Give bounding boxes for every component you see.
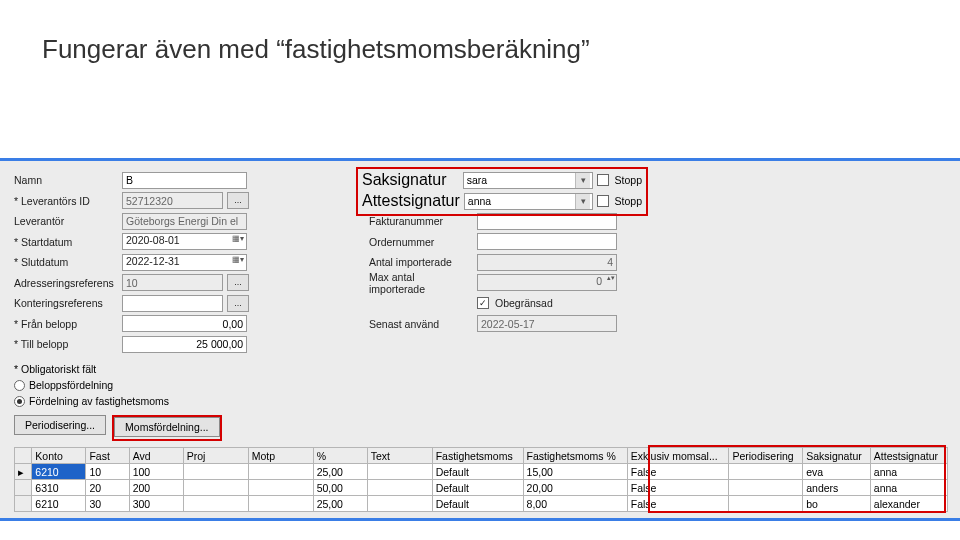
cell-konto[interactable]: 6210 (32, 496, 86, 512)
cell-sak[interactable]: eva (803, 464, 871, 480)
maxantalimp-input[interactable]: 0 (477, 274, 617, 291)
stopp2-checkbox[interactable] (597, 195, 608, 207)
cell-fmpct[interactable]: 8,00 (523, 496, 627, 512)
startdatum-input[interactable]: 2020-08-01 (122, 233, 247, 250)
cell-konto[interactable]: 6210 (32, 464, 86, 480)
cell-att[interactable]: alexander (870, 496, 947, 512)
cell-fast[interactable]: 10 (86, 464, 129, 480)
left-column: Namn * Leverantörs ID ... Leverantör * S… (14, 171, 249, 353)
cell-att[interactable]: anna (870, 480, 947, 496)
col-text[interactable]: Text (367, 448, 432, 464)
cell-avd[interactable]: 300 (129, 496, 183, 512)
saksignatur-select[interactable]: sara (463, 172, 594, 189)
signatur-highlight-box: Saksignatur sara Stopp Attestsignatur an… (356, 167, 648, 216)
label-maximp: Max antal importerade (369, 271, 473, 295)
row-selector[interactable] (15, 496, 32, 512)
slide-title: Fungerar även med “fastighetsmomsberäkni… (0, 0, 960, 65)
cell-konto[interactable]: 6310 (32, 480, 86, 496)
cell-motp[interactable] (248, 480, 313, 496)
cell-fast[interactable]: 20 (86, 480, 129, 496)
radio-beloppsfordelning[interactable] (14, 380, 25, 391)
cell-fast[interactable]: 30 (86, 496, 129, 512)
col-motp[interactable]: Motp (248, 448, 313, 464)
stopp1-checkbox[interactable] (597, 174, 608, 186)
cell-att[interactable]: anna (870, 464, 947, 480)
kontref-lookup-button[interactable]: ... (227, 295, 249, 312)
row-selector[interactable]: ▸ (15, 464, 32, 480)
ordernummer-input[interactable] (477, 233, 617, 250)
col-konto[interactable]: Konto (32, 448, 86, 464)
adrref-lookup-button[interactable]: ... (227, 274, 249, 291)
leverantorsid-input[interactable] (122, 192, 223, 209)
attestsignatur-select[interactable]: anna (464, 193, 594, 210)
radio-fastighetsmoms[interactable] (14, 396, 25, 407)
cell-fmpct[interactable]: 15,00 (523, 464, 627, 480)
label-till: * Till belopp (14, 338, 118, 350)
adrref-input[interactable] (122, 274, 223, 291)
slutdatum-input[interactable]: 2022-12-31 (122, 254, 247, 271)
cell-proj[interactable] (183, 480, 248, 496)
cell-fm[interactable]: Default (432, 480, 523, 496)
col-fastighetsmoms[interactable]: Fastighetsmoms (432, 448, 523, 464)
data-grid[interactable]: KontoFastAvdProjMotp%TextFastighetsmomsF… (14, 447, 948, 512)
row-selector[interactable] (15, 480, 32, 496)
cell-pct[interactable]: 25,00 (313, 464, 367, 480)
label-adrref: Adresseringsreferens (14, 277, 118, 289)
label-antimp: Antal importerade (369, 256, 473, 268)
cell-exkl[interactable]: False (627, 480, 729, 496)
momsfordelning-button[interactable]: Momsfördelning... (114, 417, 219, 437)
cell-text[interactable] (367, 496, 432, 512)
cell-fm[interactable]: Default (432, 464, 523, 480)
label-attest: Attestsignatur (362, 192, 460, 210)
col--[interactable]: % (313, 448, 367, 464)
antalimp-input (477, 254, 617, 271)
cell-proj[interactable] (183, 464, 248, 480)
col-periodisering[interactable]: Periodisering (729, 448, 803, 464)
cell-per[interactable] (729, 464, 803, 480)
table-row[interactable]: ▸62101010025,00Default15,00Falseevaanna (15, 464, 948, 480)
col-proj[interactable]: Proj (183, 448, 248, 464)
col-fastighetsmoms-[interactable]: Fastighetsmoms % (523, 448, 627, 464)
obligatoriskt-note: * Obligatoriskt fält (14, 363, 948, 375)
tillbelopp-input[interactable] (122, 336, 247, 353)
col-saksignatur[interactable]: Saksignatur (803, 448, 871, 464)
momsfordelning-highlight: Momsfördelning... (112, 415, 221, 441)
label-ordnr: Ordernummer (369, 236, 473, 248)
cell-fmpct[interactable]: 20,00 (523, 480, 627, 496)
col-attestsignatur[interactable]: Attestsignatur (870, 448, 947, 464)
cell-avd[interactable]: 200 (129, 480, 183, 496)
cell-pct[interactable]: 50,00 (313, 480, 367, 496)
senastanvand-input (477, 315, 617, 332)
kontref-input[interactable] (122, 295, 223, 312)
namn-input[interactable] (122, 172, 247, 189)
cell-exkl[interactable]: False (627, 464, 729, 480)
label-levid: * Leverantörs ID (14, 195, 118, 207)
cell-motp[interactable] (248, 464, 313, 480)
franbelopp-input[interactable] (122, 315, 247, 332)
cell-motp[interactable] (248, 496, 313, 512)
cell-exkl[interactable]: False (627, 496, 729, 512)
periodisering-button[interactable]: Periodisering... (14, 415, 106, 435)
cell-proj[interactable] (183, 496, 248, 512)
cell-per[interactable] (729, 496, 803, 512)
grid-wrap: KontoFastAvdProjMotp%TextFastighetsmomsF… (14, 447, 948, 512)
cell-sak[interactable]: bo (803, 496, 871, 512)
leverantorsid-lookup-button[interactable]: ... (227, 192, 249, 209)
col-exklusiv-momsal-[interactable]: Exklusiv momsal... (627, 448, 729, 464)
cell-avd[interactable]: 100 (129, 464, 183, 480)
label-obegransad: Obegränsad (495, 297, 553, 309)
label-radio2: Fördelning av fastighetsmoms (29, 395, 169, 407)
cell-text[interactable] (367, 480, 432, 496)
cell-text[interactable] (367, 464, 432, 480)
cell-fm[interactable]: Default (432, 496, 523, 512)
cell-pct[interactable]: 25,00 (313, 496, 367, 512)
label-faknr: Fakturanummer (369, 215, 473, 227)
table-row[interactable]: 63102020050,00Default20,00Falseandersann… (15, 480, 948, 496)
obegransad-checkbox[interactable]: ✓ (477, 297, 489, 309)
cell-per[interactable] (729, 480, 803, 496)
cell-sak[interactable]: anders (803, 480, 871, 496)
col-fast[interactable]: Fast (86, 448, 129, 464)
table-row[interactable]: 62103030025,00Default8,00Falseboalexande… (15, 496, 948, 512)
col-avd[interactable]: Avd (129, 448, 183, 464)
label-stopp1: Stopp (615, 174, 642, 186)
